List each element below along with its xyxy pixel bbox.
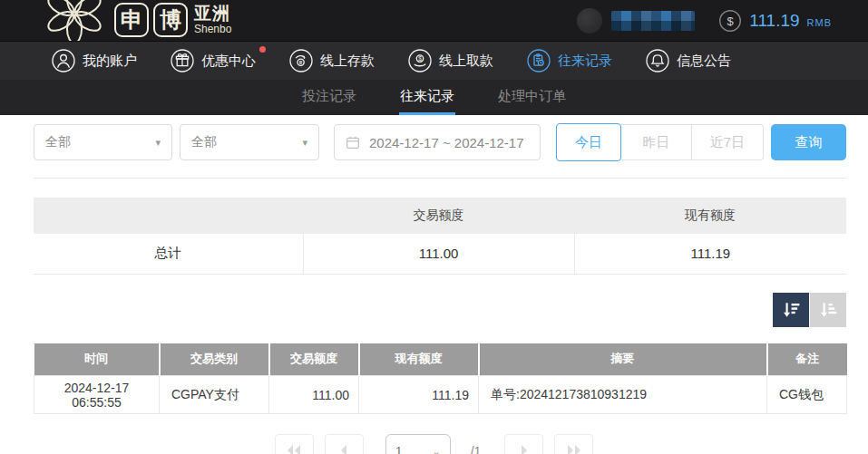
bell-icon (646, 49, 669, 72)
quick-date-group: 今日 昨日 近7日 (556, 124, 764, 160)
site-logo[interactable]: 申 博 亚洲 Shenbo (41, 0, 231, 41)
last-page-button[interactable] (554, 434, 593, 454)
header-amount: 交易额度 (269, 343, 359, 376)
chevron-down-icon: ▾ (155, 137, 161, 149)
nav-item-withdraw[interactable]: $ 线上取款 (408, 49, 493, 72)
flower-logo-icon (41, 0, 108, 41)
summary-header-balance: 现有额度 (574, 198, 846, 234)
promo-badge-dot (259, 46, 266, 53)
nav-item-promotions[interactable]: 优惠中心 (171, 49, 256, 72)
cell-summary: 单号:202412173810931219 (479, 376, 767, 414)
calendar-icon (345, 134, 361, 150)
page-select[interactable]: 1 ⌄ (385, 434, 451, 454)
filter-bar: 全部 ▾ 全部 ▾ 2024-12-17 ~ 2024-12-17 今日 昨日 … (34, 124, 868, 160)
yesterday-button[interactable]: 昨日 (621, 124, 692, 160)
query-button[interactable]: 查询 (771, 124, 846, 160)
left-arrow-icon (336, 444, 352, 454)
avatar[interactable] (577, 8, 602, 34)
header-type: 交易类别 (160, 343, 269, 376)
header-summary: 摘要 (479, 343, 767, 376)
balance-amount: 111.19 (749, 11, 799, 31)
summary-total-row: 总计 111.00 111.19 (34, 234, 846, 274)
last7days-button[interactable]: 近7日 (692, 124, 764, 160)
deposit-icon (289, 49, 313, 72)
sort-asc-icon (818, 300, 838, 320)
cell-amount: 111.00 (269, 376, 359, 414)
username-redacted (611, 11, 695, 31)
sort-ascending-button[interactable] (810, 293, 846, 327)
prev-page-button[interactable] (325, 434, 364, 454)
tab-betting-records[interactable]: 投注记录 (301, 80, 357, 115)
balance-currency: RMB (807, 17, 832, 28)
page-total: /1 (471, 434, 482, 454)
first-page-button[interactable] (275, 434, 314, 454)
summary-header-amount: 交易额度 (303, 198, 574, 234)
logo-char-bo: 博 (153, 3, 188, 37)
date-range-input[interactable]: 2024-12-17 ~ 2024-12-17 (334, 124, 541, 160)
table-row: 2024-12-17 06:55:55 CGPAY支付 111.00 111.1… (34, 376, 847, 414)
gift-icon (171, 49, 194, 72)
summary-total-balance: 111.19 (574, 234, 846, 274)
sort-controls (0, 293, 846, 327)
logo-region: 亚洲 (194, 5, 231, 22)
right-arrow-icon (516, 444, 532, 454)
nav-item-transactions[interactable]: 往来记录 (527, 49, 612, 72)
logo-latin: Shenbo (194, 24, 231, 34)
header-balance: 现有额度 (359, 343, 479, 376)
summary-total-label: 总计 (34, 234, 303, 274)
chevron-down-icon: ▾ (302, 137, 307, 149)
user-icon (52, 49, 75, 72)
cell-note: CG钱包 (767, 376, 847, 414)
header-time: 时间 (34, 343, 160, 376)
summary-total-amount: 111.00 (303, 234, 574, 274)
balance[interactable]: $ 111.19 RMB (718, 9, 832, 33)
cell-balance: 111.19 (359, 376, 479, 414)
header-note: 备注 (767, 343, 847, 376)
topbar: 申 博 亚洲 Shenbo $ 111.19 RMB (0, 0, 868, 41)
withdraw-icon: $ (408, 49, 432, 72)
main-nav: 我的账户 优惠中心 线上存款 (0, 41, 868, 80)
sort-desc-icon (781, 300, 801, 320)
records-icon (527, 49, 551, 72)
logo-char-shen: 申 (114, 3, 149, 37)
summary-header-empty (34, 198, 303, 234)
next-page-button[interactable] (504, 434, 543, 454)
sort-descending-button[interactable] (773, 293, 809, 327)
svg-text:$: $ (727, 14, 735, 27)
records-header-row: 时间 交易类别 交易额度 现有额度 摘要 备注 (34, 343, 847, 376)
records-table: 时间 交易类别 交易额度 现有额度 摘要 备注 2024-12-17 06:55… (34, 343, 847, 415)
tab-transaction-records[interactable]: 往来记录 (399, 80, 455, 115)
nav-item-my-account[interactable]: 我的账户 (52, 49, 137, 72)
subtab-bar: 投注记录 往来记录 处理中订单 (0, 80, 868, 115)
cell-type: CGPAY支付 (160, 376, 269, 414)
dollar-icon: $ (718, 9, 742, 33)
chevron-down-icon: ⌄ (432, 446, 440, 454)
cell-time: 2024-12-17 06:55:55 (34, 376, 160, 414)
double-right-arrow-icon (566, 444, 582, 454)
section-divider (34, 178, 846, 179)
nav-item-announcements[interactable]: 信息公告 (646, 49, 731, 72)
category-select[interactable]: 全部 ▾ (34, 124, 172, 160)
today-button[interactable]: 今日 (556, 123, 621, 161)
user-area: $ 111.19 RMB (577, 8, 832, 34)
pagination: 1 ⌄ /1 (0, 434, 868, 454)
type-select[interactable]: 全部 ▾ (180, 124, 319, 160)
tab-pending-orders[interactable]: 处理中订单 (497, 80, 567, 115)
transaction-records-page: 申 博 亚洲 Shenbo $ 111.19 RMB (0, 0, 868, 454)
summary-header-row: 交易额度 现有额度 (34, 198, 846, 234)
double-left-arrow-icon (286, 444, 302, 454)
summary-table: 交易额度 现有额度 总计 111.00 111.19 (34, 198, 846, 275)
svg-text:$: $ (418, 55, 422, 62)
nav-item-deposit[interactable]: 线上存款 (289, 49, 375, 72)
